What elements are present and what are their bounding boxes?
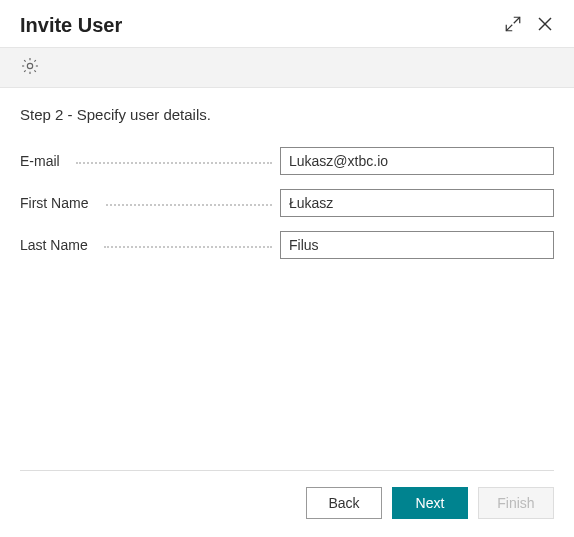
svg-point-0 — [27, 63, 32, 68]
close-icon[interactable] — [536, 15, 554, 36]
header-controls — [504, 15, 554, 36]
email-field[interactable] — [280, 147, 554, 175]
back-button[interactable]: Back — [306, 487, 382, 519]
last-name-field[interactable] — [280, 231, 554, 259]
dialog-footer: Back Next Finish — [0, 471, 574, 537]
gear-icon[interactable] — [20, 63, 40, 79]
finish-button: Finish — [478, 487, 554, 519]
next-button[interactable]: Next — [392, 487, 468, 519]
form-row-email: E-mail — [20, 147, 554, 175]
invite-user-dialog: Invite User — [0, 0, 574, 537]
first-name-label: First Name — [20, 195, 280, 211]
expand-icon[interactable] — [504, 15, 522, 36]
email-label: E-mail — [20, 153, 280, 169]
dialog-title: Invite User — [20, 14, 504, 37]
last-name-label: Last Name — [20, 237, 280, 253]
dialog-header: Invite User — [0, 0, 574, 47]
form-row-first-name: First Name — [20, 189, 554, 217]
form-row-last-name: Last Name — [20, 231, 554, 259]
toolbar — [0, 47, 574, 88]
first-name-field[interactable] — [280, 189, 554, 217]
dialog-content: Step 2 - Specify user details. E-mail Fi… — [0, 88, 574, 470]
step-heading: Step 2 - Specify user details. — [20, 106, 554, 123]
